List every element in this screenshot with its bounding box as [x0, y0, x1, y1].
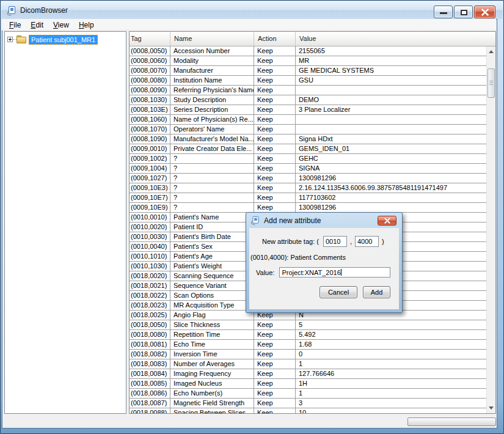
cell-tag: (0018,0021): [130, 281, 170, 290]
cell-name: Patient's Weight: [170, 262, 254, 271]
cell-value: 1177103602: [296, 193, 486, 202]
table-row[interactable]: (0008,0080)Institution NameKeepGSU: [130, 76, 486, 86]
cell-tag: (0009,10E9): [130, 203, 170, 212]
table-row[interactable]: (0009,10E3)?Keep2.16.124.113543.6006.99.…: [130, 183, 486, 193]
tree-item-label[interactable]: Patient subj001_MR1: [29, 35, 98, 45]
cell-action: Keep: [254, 330, 296, 339]
scroll-up-button[interactable]: [487, 46, 495, 57]
table-row[interactable]: (0018,0085)Imaged NucleusKeep1H: [130, 379, 486, 389]
cell-tag: (0018,0084): [130, 369, 170, 378]
resolved-attribute-label: (0010,4000): Patient Comments: [250, 254, 346, 261]
table-row[interactable]: (0008,1030)Study DescriptionKeepDEMO: [130, 95, 486, 105]
cell-tag: (0018,0050): [130, 320, 170, 329]
add-attribute-dialog: Add new attribute New attribute tag: ( ,…: [246, 212, 403, 313]
column-header-name[interactable]: Name: [170, 32, 254, 46]
table-header: TagNameActionValue: [130, 32, 495, 46]
table-row[interactable]: (0009,0010)Private Creator Data Ele...Ke…: [130, 144, 486, 154]
cell-tag: (0008,0090): [130, 86, 170, 95]
table-row[interactable]: (0009,10E9)?Keep1300981296: [130, 203, 486, 213]
column-header-value[interactable]: Value: [296, 32, 495, 46]
titlebar[interactable]: DicomBrowser: [1, 1, 503, 19]
cancel-button[interactable]: Cancel: [320, 286, 357, 298]
cell-name: Spacing Between Slices: [170, 408, 254, 413]
cell-name: Slice Thickness: [170, 320, 254, 329]
minimize-icon: [440, 12, 447, 14]
cell-name: Name of Physician(s) Re...: [170, 115, 254, 124]
table-row[interactable]: (0008,103E)Series DescriptionKeep3 Plane…: [130, 105, 486, 115]
cell-tag: (0008,0070): [130, 66, 170, 75]
cell-value: [296, 125, 486, 134]
cell-action: Keep: [254, 86, 296, 95]
menu-view[interactable]: View: [48, 19, 74, 31]
table-row[interactable]: (0018,0081)Echo TimeKeep1.68: [130, 340, 486, 350]
scroll-down-button[interactable]: [487, 403, 495, 413]
menu-edit[interactable]: Edit: [26, 19, 48, 31]
app-icon: [7, 6, 16, 16]
table-row[interactable]: (0018,0087)Magnetic Field StrengthKeep3: [130, 399, 486, 408]
add-button[interactable]: Add: [363, 286, 390, 298]
table-row[interactable]: (0008,0060)ModalityKeepMR: [130, 56, 486, 66]
patient-tree-pane[interactable]: Patient subj001_MR1: [4, 31, 126, 414]
vertical-scrollbar[interactable]: [486, 46, 495, 413]
cell-tag: (0010,1030): [130, 262, 170, 271]
value-label: Value:: [256, 269, 274, 276]
menu-file[interactable]: File: [4, 19, 26, 31]
table-row[interactable]: (0009,1004)?KeepSIGNA: [130, 164, 486, 174]
tag-element-input[interactable]: [355, 236, 379, 247]
table-row[interactable]: (0009,1002)?KeepGEHC: [130, 154, 486, 164]
cell-name: Patient's Sex: [170, 242, 254, 251]
table-row[interactable]: (0008,1070)Operators' NameKeep: [130, 125, 486, 134]
table-row[interactable]: (0008,0050)Accession NumberKeep2155065: [130, 46, 486, 56]
scrollbar-thumb[interactable]: [488, 68, 495, 98]
cell-name: Imaging Frequency: [170, 369, 254, 378]
menu-help[interactable]: Help: [74, 19, 99, 31]
column-header-action[interactable]: Action: [254, 32, 296, 46]
cell-tag: (0018,0086): [130, 389, 170, 398]
cell-name: Magnetic Field Strength: [170, 399, 254, 408]
cell-tag: (0008,1030): [130, 95, 170, 105]
table-row[interactable]: (0008,1090)Manufacturer's Model Na...Kee…: [130, 134, 486, 144]
cell-name: Echo Number(s): [170, 389, 254, 398]
cell-action: Keep: [254, 125, 296, 134]
table-row[interactable]: (0018,0082)Inversion TimeKeep0: [130, 350, 486, 359]
cell-action: Keep: [254, 154, 296, 163]
table-row[interactable]: (0018,0083)Number of AveragesKeep1: [130, 359, 486, 369]
cell-value: MR: [296, 56, 486, 65]
scrollbar-grip-icon: [489, 81, 493, 86]
cell-tag: (0010,0010): [130, 213, 170, 222]
table-row[interactable]: (0018,0080)Repetition TimeKeep5.492: [130, 330, 486, 340]
minimize-button[interactable]: [434, 6, 453, 18]
cell-name: Patient's Birth Date: [170, 232, 254, 241]
cell-name: Angio Flag: [170, 311, 254, 320]
status-progress-bar: [407, 417, 496, 426]
scroll-down-arrow-icon: [489, 406, 494, 410]
table-row[interactable]: (0008,0090)Referring Physician's NameKee…: [130, 86, 486, 95]
table-row[interactable]: (0009,1027)?Keep1300981296: [130, 174, 486, 183]
cell-name: Patient's Age: [170, 252, 254, 261]
column-header-tag[interactable]: Tag: [130, 32, 170, 46]
table-row[interactable]: (0009,10E7)?Keep1177103602: [130, 193, 486, 203]
tag-group-input[interactable]: [323, 236, 347, 247]
cell-name: Private Creator Data Ele...: [170, 144, 254, 153]
table-row[interactable]: (0008,0070)ManufacturerKeepGE MEDICAL SY…: [130, 66, 486, 76]
value-input[interactable]: Project:XNAT_2016: [279, 267, 390, 278]
table-row[interactable]: (0018,0088)Spacing Between SlicesKeep10: [130, 408, 486, 413]
cell-action: Keep: [254, 340, 296, 349]
table-row[interactable]: (0018,0050)Slice ThicknessKeep5: [130, 320, 486, 330]
table-row[interactable]: (0018,0086)Echo Number(s)Keep1: [130, 389, 486, 399]
cell-action: Keep: [254, 56, 296, 65]
cell-value: 1: [296, 389, 486, 398]
cell-value: GSU: [296, 76, 486, 85]
cell-tag: (0009,10E7): [130, 193, 170, 202]
cell-value: GEMS_IDEN_01: [296, 144, 486, 153]
tree-item-patient[interactable]: Patient subj001_MR1: [7, 34, 98, 45]
maximize-button[interactable]: [454, 6, 473, 18]
close-x-icon: [384, 218, 390, 224]
table-row[interactable]: (0008,1060)Name of Physician(s) Re...Kee…: [130, 115, 486, 125]
table-row[interactable]: (0018,0084)Imaging FrequencyKeep127.7666…: [130, 369, 486, 379]
dialog-titlebar[interactable]: Add new attribute: [246, 213, 402, 228]
expand-plus-icon[interactable]: [7, 37, 13, 42]
dialog-close-button[interactable]: [378, 216, 396, 226]
cell-tag: (0008,1060): [130, 115, 170, 124]
close-button[interactable]: [474, 6, 495, 18]
